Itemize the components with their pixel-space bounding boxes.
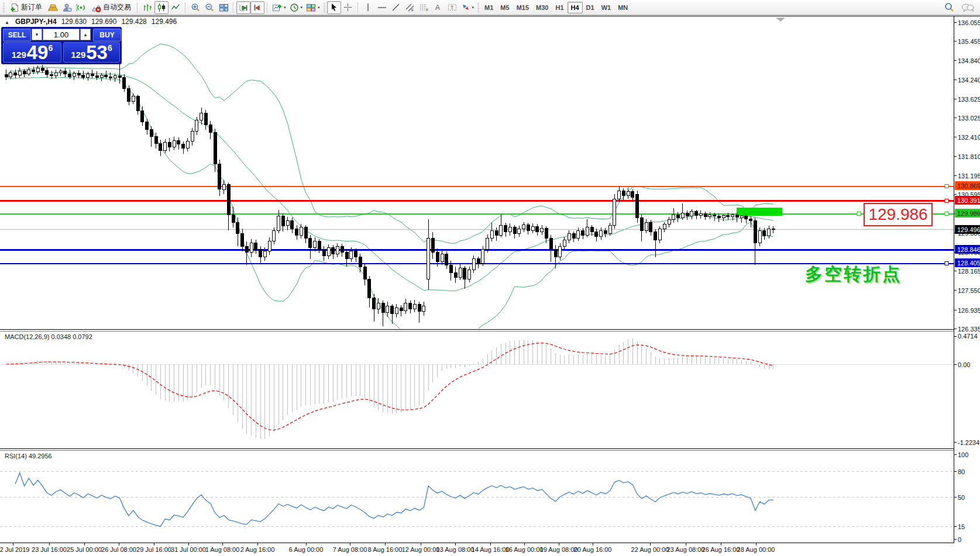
ohlc-close: 129.496 <box>152 18 177 26</box>
new-order-button[interactable]: 新订单 <box>6 1 46 14</box>
crosshair-tool-button[interactable] <box>341 1 355 14</box>
zoom-out-button[interactable] <box>202 1 216 14</box>
svg-text:14 Aug 16:00: 14 Aug 16:00 <box>472 546 510 553</box>
timeframe-w1[interactable]: W1 <box>598 2 615 13</box>
svg-text:0.00: 0.00 <box>958 361 970 368</box>
templates-button[interactable]: ▾ <box>304 1 322 14</box>
sell-button[interactable]: SELL <box>3 29 31 42</box>
toolbar-right <box>944 2 974 12</box>
toolbar-separator <box>357 2 359 13</box>
svg-text:22 Aug 00:00: 22 Aug 00:00 <box>631 546 669 553</box>
toolbar-separator <box>267 2 268 13</box>
text-tool-button[interactable]: A <box>431 1 445 14</box>
svg-text:13 Aug 08:00: 13 Aug 08:00 <box>436 546 474 553</box>
symbol-header: ▲ GBPJPY-,H4 129.630 129.690 129.428 129… <box>5 18 177 26</box>
person-icon <box>62 3 72 12</box>
line-chart-icon <box>171 3 180 12</box>
tile-windows-button[interactable] <box>216 1 231 14</box>
svg-text:135.455: 135.455 <box>958 38 980 45</box>
fibonacci-icon: F <box>419 3 429 12</box>
clock-icon <box>290 3 299 12</box>
label-tool-button[interactable]: T <box>445 1 459 14</box>
svg-text:128.846: 128.846 <box>957 246 980 253</box>
svg-text:131.195: 131.195 <box>958 172 980 179</box>
svg-text:1 Aug 08:00: 1 Aug 08:00 <box>205 546 240 553</box>
svg-text:131.810: 131.810 <box>958 153 980 160</box>
toolbar-grip[interactable] <box>3 3 5 12</box>
ask-quote-button[interactable]: 129 53 6 <box>63 42 120 63</box>
svg-text:15: 15 <box>958 523 965 530</box>
horizontal-line-tool-button[interactable] <box>375 1 389 14</box>
bid-quote-button[interactable]: 129 49 6 <box>3 42 61 63</box>
indicators-button[interactable]: ▾ <box>270 1 288 14</box>
trendline-tool-button[interactable] <box>389 1 403 14</box>
market-watch-button[interactable] <box>46 1 60 14</box>
svg-text:6 Aug 00:00: 6 Aug 00:00 <box>289 546 324 553</box>
text-a-icon: A <box>434 3 442 12</box>
timeframe-m5[interactable]: M5 <box>497 2 513 13</box>
svg-text:0: 0 <box>958 536 961 543</box>
bid-price-small: 129 <box>12 49 26 62</box>
gold-ingot-icon <box>48 3 58 12</box>
line-chart-button[interactable] <box>169 1 183 14</box>
crosshair-icon <box>343 3 352 12</box>
volume-input[interactable] <box>43 29 80 40</box>
periods-button[interactable]: ▾ <box>288 1 305 14</box>
dropdown-caret-icon: ▾ <box>284 5 286 9</box>
chart-shift-button[interactable] <box>250 1 264 14</box>
chinese-annotation[interactable]: 多空转折点 <box>805 263 902 286</box>
dropdown-caret-icon: ▾ <box>472 5 474 9</box>
signals-button[interactable] <box>74 1 88 14</box>
toolbar-grip[interactable] <box>477 3 479 12</box>
timeframe-m15[interactable]: M15 <box>513 2 532 13</box>
svg-text:19 Aug 08:00: 19 Aug 08:00 <box>540 546 578 553</box>
autotrading-button[interactable]: 自动交易 <box>88 1 135 14</box>
rsi-label: RSI(14) 49.2956 <box>5 453 52 460</box>
horizontal-line-icon <box>377 4 387 12</box>
channel-tool-button[interactable]: E <box>403 1 417 14</box>
price-callout[interactable]: 129.986 <box>864 203 933 226</box>
new-order-label: 新订单 <box>21 2 42 12</box>
zoom-in-button[interactable] <box>188 1 202 14</box>
svg-text:126.935: 126.935 <box>958 307 980 314</box>
toolbar-grip[interactable] <box>324 3 325 12</box>
autotrading-label: 自动交易 <box>103 2 131 12</box>
dropdown-caret-icon: ▾ <box>318 5 320 9</box>
timeframe-group: M1M5M15M30H1H4D1W1MN <box>481 2 631 13</box>
indicators-icon <box>272 3 282 12</box>
search-icon[interactable] <box>944 2 954 12</box>
timeframe-m30[interactable]: M30 <box>532 2 552 13</box>
ohlc-high: 129.690 <box>91 18 116 26</box>
arrows-tool-button[interactable]: ▾ <box>459 1 476 14</box>
vertical-line-tool-button[interactable] <box>361 1 375 14</box>
auto-scroll-button[interactable] <box>236 1 250 14</box>
trendline-icon <box>391 3 400 12</box>
buy-button[interactable]: BUY <box>93 29 121 42</box>
volume-increase-button[interactable]: ▴ <box>80 29 91 40</box>
chart-shift-icon <box>253 3 263 12</box>
volume-decrease-button[interactable]: ▾ <box>32 29 42 40</box>
svg-text:F: F <box>426 8 428 12</box>
cursor-tool-button[interactable] <box>327 1 341 14</box>
chat-icon[interactable] <box>961 3 974 12</box>
svg-text:E: E <box>411 8 414 12</box>
svg-text:129.986: 129.986 <box>957 210 980 217</box>
data-window-button[interactable] <box>60 1 74 14</box>
svg-text:25 Jul 00:00: 25 Jul 00:00 <box>67 546 102 553</box>
timeframe-h1[interactable]: H1 <box>552 2 567 13</box>
timeframe-mn[interactable]: MN <box>614 2 631 13</box>
ohlc-low: 129.428 <box>121 18 146 26</box>
svg-text:23 Jul 16:00: 23 Jul 16:00 <box>32 546 67 553</box>
macd-label: MACD(12,26,9) 0.0348 0.0792 <box>5 333 92 340</box>
timeframe-d1[interactable]: D1 <box>583 2 598 13</box>
timeframe-h4[interactable]: H4 <box>568 2 583 13</box>
svg-text:100: 100 <box>958 451 968 458</box>
bar-chart-icon <box>143 3 152 12</box>
fibonacci-tool-button[interactable]: F <box>417 1 431 14</box>
timeframe-m1[interactable]: M1 <box>481 2 497 13</box>
candlestick-chart-button[interactable] <box>154 1 169 14</box>
bar-chart-button[interactable] <box>140 1 154 14</box>
svg-text:8 Aug 16:00: 8 Aug 16:00 <box>368 546 403 553</box>
toolbar-separator <box>185 2 186 13</box>
one-click-collapse-arrow-icon[interactable]: ▲ <box>5 20 9 25</box>
